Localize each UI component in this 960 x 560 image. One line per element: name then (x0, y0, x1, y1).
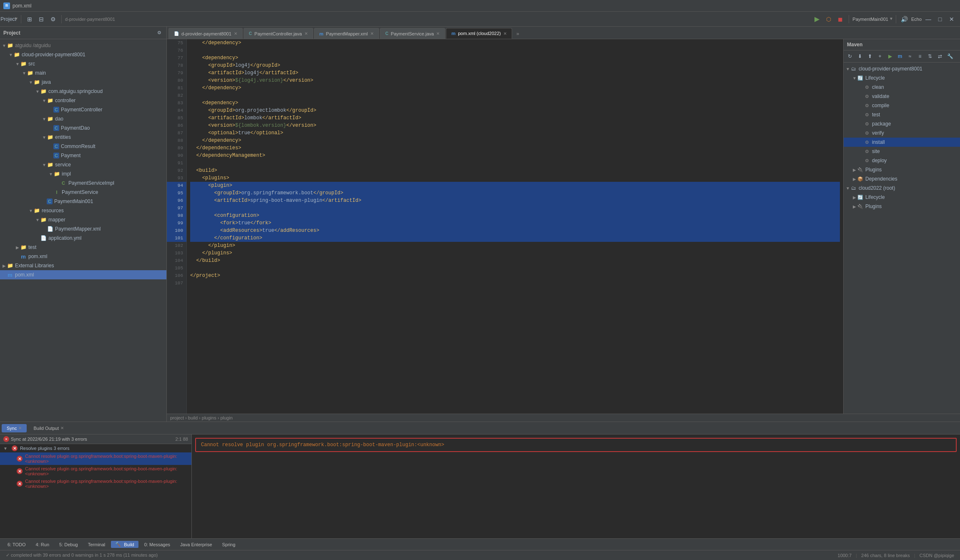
maven-tree-item[interactable]: ▶🔌Plugins (844, 165, 960, 174)
maven-tree-item[interactable]: ⚙site (844, 147, 960, 156)
sidebar-tree-item[interactable]: CCommonResult (0, 142, 166, 151)
maven-tree-item[interactable]: ⚙install (844, 138, 960, 147)
btoolbar-tab[interactable]: Terminal (84, 541, 110, 548)
editor-tab[interactable]: 📄d-provider-payment8001✕ (168, 28, 243, 39)
project-tree[interactable]: ▼📁atguidu /atguidu▼📁cloud-provider-payme… (0, 39, 166, 422)
sidebar-tree-item[interactable]: mpom.xml (0, 270, 166, 279)
minimize-btn[interactable]: — (923, 14, 933, 24)
tab-close-btn[interactable]: ✕ (436, 31, 440, 36)
maven-tilde-btn[interactable]: ≈ (905, 52, 915, 61)
sidebar-tree-item[interactable]: ▼📁src (0, 59, 166, 68)
maven-refresh-btn[interactable]: ↻ (845, 52, 854, 61)
editor-tab[interactable]: CPaymentController.java✕ (244, 28, 313, 39)
tree-file-icon: 📁 (7, 262, 13, 269)
maven-tree-item[interactable]: ▶🔄Lifecycle (844, 193, 960, 202)
sidebar-tree-item[interactable]: ▼📁java (0, 78, 166, 87)
sidebar-tree-item[interactable]: ▶📁test (0, 243, 166, 252)
maven-download-btn[interactable]: ⬇ (855, 52, 865, 61)
sidebar-tree-item[interactable]: CPaymentServiceImpl (0, 178, 166, 188)
btoolbar-tab[interactable]: 0: Messages (140, 541, 174, 548)
sidebar-tree-item[interactable]: ▶📁External Libraries (0, 261, 166, 270)
status-username[interactable]: CSDN @pipiqige (917, 553, 957, 558)
sidebar-tree-item[interactable]: CPaymentMain001 (0, 197, 166, 206)
maven-add-btn[interactable]: + (875, 52, 885, 61)
maven-run-btn[interactable]: ▶ (885, 52, 895, 61)
btoolbar-tab[interactable]: 6: TODO (3, 541, 30, 548)
maven-switch-btn[interactable]: ⇄ (935, 52, 945, 61)
maven-tools-btn[interactable]: 🔧 (945, 52, 955, 61)
tab-close-btn[interactable]: ✕ (370, 31, 374, 36)
maven-tree[interactable]: ▼🗂cloud-provider-payment8001▼🔄Lifecycle⚙… (844, 63, 960, 414)
maven-tree-item[interactable]: ⚙deploy (844, 156, 960, 165)
sidebar-tree-item[interactable]: CPaymentController (0, 105, 166, 114)
maven-tree-item[interactable]: ⚙test (844, 110, 960, 119)
error-list-item[interactable]: ✕Cannot resolve plugin org.springframewo… (0, 477, 191, 490)
maven-sort-btn[interactable]: ⇅ (925, 52, 935, 61)
sidebar-tree-item[interactable]: CPaymentDao (0, 123, 166, 133)
btoolbar-tab[interactable]: 4: Run (32, 541, 53, 548)
maven-upload-btn[interactable]: ⬆ (865, 52, 875, 61)
sidebar-tree-item[interactable]: ▼📁impl (0, 169, 166, 178)
sidebar-tree-item[interactable]: ▼📁dao (0, 114, 166, 123)
tab-close-btn[interactable]: ✕ (304, 31, 308, 36)
btoolbar-tab[interactable]: Spring (218, 541, 240, 548)
maven-tree-item[interactable]: ▼🗂cloud-provider-payment8001 (844, 64, 960, 73)
sidebar-tree-item[interactable]: 📄PaymentMapper.xml (0, 224, 166, 234)
status-chars[interactable]: 246 chars, 8 line breaks (859, 553, 912, 558)
sidebar-tree-item[interactable]: ▼📁entities (0, 133, 166, 142)
maven-tree-item[interactable]: ▼🔄Lifecycle (844, 73, 960, 83)
debug-btn[interactable]: ⬡ (824, 14, 834, 24)
sidebar-tree-item[interactable]: ▼📁main (0, 68, 166, 78)
editor-tab[interactable]: CPaymentService.java✕ (380, 28, 445, 39)
sidebar-tree-item[interactable]: ▼📁atguidu /atguidu (0, 41, 166, 50)
sidebar-tree-item[interactable]: ▼📁service (0, 160, 166, 169)
editor-tab[interactable]: mPaymentMapper.xml✕ (314, 28, 379, 39)
error-list-item[interactable]: ✕Cannot resolve plugin org.springframewo… (0, 465, 191, 477)
sidebar-tree-item[interactable]: ▼📁controller (0, 96, 166, 105)
tab-close-btn[interactable]: ✕ (234, 31, 237, 36)
maven-tree-item[interactable]: ⚙validate (844, 92, 960, 101)
sidebar-tree-item[interactable]: CPayment (0, 151, 166, 160)
collapse-btn[interactable]: ⊟ (36, 14, 46, 24)
sidebar-tree-item[interactable]: IPaymentService (0, 188, 166, 197)
sidebar-tree-item[interactable]: ▼📁cloud-provider-payment8001 (0, 50, 166, 59)
bottom-tab[interactable]: Sync✕ (2, 424, 27, 432)
sidebar-settings-btn[interactable]: ⚙ (156, 29, 163, 37)
settings-btn[interactable]: ⚙ (48, 14, 58, 24)
maven-list-btn[interactable]: ≡ (915, 52, 925, 61)
resolve-plugins-item[interactable]: ▼ ✕ Resolve plugins 3 errors (0, 444, 191, 452)
editor-tab[interactable]: mpom.xml (cloud2022)✕ (446, 28, 512, 39)
echo-btn[interactable]: 🔊 (900, 14, 910, 24)
project-dropdown-btn[interactable]: Project (3, 14, 13, 24)
maven-tree-item[interactable]: ▼🗂cloud2022 (root) (844, 183, 960, 193)
status-build[interactable]: ✓ completed with 39 errors and 0 warning… (3, 552, 160, 558)
maven-tree-item[interactable]: ⚙package (844, 119, 960, 128)
bottom-tab-close-btn[interactable]: ✕ (18, 426, 22, 430)
sidebar-tree-item[interactable]: ▼📁resources (0, 206, 166, 215)
run-btn[interactable]: ▶ (812, 14, 822, 24)
close-btn[interactable]: ✕ (947, 14, 957, 24)
sidebar-tree-item[interactable]: ▼📁com.atguigu.springcloud (0, 87, 166, 96)
btoolbar-tab[interactable]: 5: Debug (55, 541, 82, 548)
maven-tree-item[interactable]: ▶🔌Plugins (844, 202, 960, 211)
sidebar-tree-item[interactable]: ▼📁mapper (0, 215, 166, 224)
structure-btn[interactable]: ⊞ (25, 14, 35, 24)
sidebar-tree-item[interactable]: 📄application.yml (0, 234, 166, 243)
more-tabs-btn[interactable]: » (513, 30, 523, 39)
maximize-btn[interactable]: □ (935, 14, 945, 24)
bottom-tab[interactable]: Build Output✕ (28, 424, 69, 432)
editor-content[interactable]: </dependency> <dependency> <groupId>log4… (187, 39, 843, 414)
maven-tree-item[interactable]: ⚙verify (844, 128, 960, 138)
error-list-item[interactable]: ✕Cannot resolve plugin org.springframewo… (0, 452, 191, 465)
btoolbar-tab[interactable]: Java Enterprise (176, 541, 216, 548)
status-position[interactable]: 1000:7 (835, 553, 854, 558)
sidebar-tree-item[interactable]: mpom.xml (0, 252, 166, 261)
stop-btn[interactable]: ◼ (835, 14, 845, 24)
maven-tree-item[interactable]: ⚙clean (844, 83, 960, 92)
maven-m-btn[interactable]: m (895, 52, 905, 61)
tab-close-btn[interactable]: ✕ (503, 31, 507, 36)
bottom-tab-close-btn[interactable]: ✕ (60, 426, 64, 430)
maven-tree-item[interactable]: ▶📦Dependencies (844, 174, 960, 183)
maven-tree-item[interactable]: ⚙compile (844, 101, 960, 110)
btoolbar-tab[interactable]: 🔨Build (111, 541, 138, 548)
